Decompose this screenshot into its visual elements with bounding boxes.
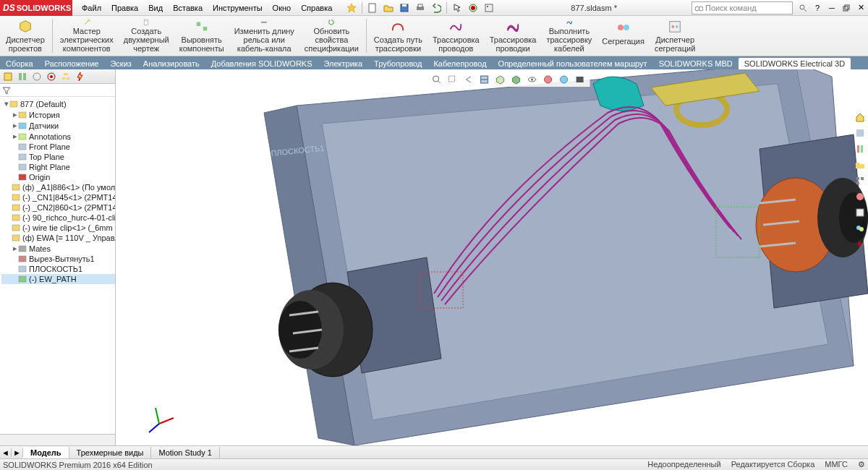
tree-item-6[interactable]: Origin <box>1 172 115 182</box>
cmdtab-8[interactable]: Определенный пользователем маршрут <box>493 58 653 69</box>
status-gear-icon[interactable]: ⚙ <box>858 460 865 469</box>
section-icon[interactable] <box>477 73 492 86</box>
explorer-icon[interactable] <box>853 158 867 172</box>
menu-window[interactable]: Окно <box>268 1 297 14</box>
cmdtab-3[interactable]: Анализировать <box>137 58 205 69</box>
ribbon-cable[interactable]: Выполнитьтрассировкукабелей <box>543 17 595 54</box>
tab-model[interactable]: Модель <box>23 447 69 458</box>
open-icon[interactable] <box>381 1 396 14</box>
cmdtab-9[interactable]: SOLIDWORKS MBD <box>653 58 739 69</box>
tree-item-5[interactable]: Right Plane <box>1 162 115 172</box>
elec-icon[interactable] <box>74 71 87 82</box>
tree-root[interactable]: ▾877 (Default) <box>1 98 115 109</box>
cmdtab-4[interactable]: Добавления SOLIDWORKS <box>205 58 318 69</box>
prop-icon[interactable] <box>45 71 58 82</box>
cmdtab-1[interactable]: Расположение <box>39 58 105 69</box>
library-icon[interactable] <box>853 142 867 156</box>
tree-item-4[interactable]: Top Plane <box>1 152 115 162</box>
print-icon[interactable] <box>413 1 427 14</box>
tree-scrollbar[interactable] <box>0 434 115 445</box>
tree-item-1[interactable]: ▸Датчики <box>1 120 115 131</box>
ribbon-wire[interactable]: Трассировкапроводов <box>430 17 482 54</box>
menu-tools[interactable]: Инструменты <box>208 1 268 14</box>
view-orient-icon[interactable] <box>493 73 508 86</box>
resources-icon[interactable] <box>853 126 867 140</box>
cmdtab-10[interactable]: SOLIDWORKS Electrical 3D <box>739 58 851 69</box>
ribbon-cube[interactable]: Диспетчерпроектов <box>3 17 48 54</box>
tree-icon[interactable] <box>59 71 72 82</box>
star-icon[interactable] <box>344 1 359 14</box>
tab-3dviews[interactable]: Трехмерные виды <box>69 447 152 458</box>
options-icon[interactable] <box>482 1 496 14</box>
tree-item-11[interactable]: (-) wire tie clip<1> (_6mm Dia<<_6m <box>1 223 115 233</box>
props-tab-icon[interactable] <box>853 205 867 220</box>
tree-item-0[interactable]: ▸История <box>1 109 115 120</box>
tree-item-10[interactable]: (-) 90_richco_hurc-4-01-clip<1> (2-01 <box>1 213 115 223</box>
ribbon-align[interactable]: Выровнятькомпоненты <box>176 17 227 54</box>
tree-item-14[interactable]: Вырез-Вытянуть1 <box>1 254 115 264</box>
tree-item-2[interactable]: ▸Annotations <box>1 131 115 142</box>
tree-item-7[interactable]: (ф) _A1|886<1> (По умолчанию<<Г <box>1 182 115 192</box>
tree-item-8[interactable]: (-) _CN1|845<1> (2РМТ1464Ш1Е1<< <box>1 192 115 202</box>
restore-icon[interactable] <box>839 1 854 14</box>
tab-motion-study[interactable]: Motion Study 1 <box>151 447 219 458</box>
cmdtab-2[interactable]: Эскиз <box>104 58 137 69</box>
appear-tab-icon[interactable] <box>853 189 867 204</box>
cmdtab-0[interactable]: Сборка <box>0 58 39 69</box>
assembly-icon[interactable] <box>1 71 14 82</box>
zoom-area-icon[interactable] <box>446 73 460 86</box>
minimize-icon[interactable]: ─ <box>825 1 839 14</box>
new-doc-icon[interactable] <box>365 1 380 14</box>
tab-prev-icon[interactable]: ◄ <box>0 448 12 457</box>
menu-help[interactable]: Справка <box>296 1 337 14</box>
render-icon[interactable] <box>573 73 587 86</box>
menu-insert[interactable]: Вставка <box>168 1 208 14</box>
elec-tab-icon[interactable] <box>853 237 867 252</box>
ribbon-path[interactable]: Создать путьтрассировки <box>371 17 425 54</box>
ribbon-seg[interactable]: Сегрегация <box>599 17 647 54</box>
ribbon-harness[interactable]: Трассировкапроводки <box>487 17 540 54</box>
appearance-icon[interactable] <box>541 73 556 86</box>
menu-edit[interactable]: Правка <box>106 1 143 14</box>
status-bar: SOLIDWORKS Premium 2016 x64 Edition Недо… <box>0 458 868 470</box>
cmdtab-6[interactable]: Трубопровод <box>368 58 427 69</box>
display-icon[interactable] <box>30 71 43 82</box>
tree-item-15[interactable]: ПЛОСКОСТЬ1 <box>1 264 115 274</box>
3d-viewport[interactable]: ПЛОСКОСТЬ1 <box>116 69 868 445</box>
ribbon-wand[interactable]: Мастерэлектрическихкомпонентов <box>57 17 116 54</box>
cmdtab-5[interactable]: Электрика <box>318 58 369 69</box>
ribbon-rail[interactable]: Изменить длинурельса иликабель-канала <box>231 17 297 54</box>
help-icon[interactable]: ? <box>810 1 825 14</box>
scene-icon[interactable] <box>557 73 571 86</box>
menu-file[interactable]: Файл <box>77 1 106 14</box>
view-palette-icon[interactable] <box>853 174 867 188</box>
ribbon-refresh[interactable]: Обновитьсвойстваспецификации <box>302 17 362 54</box>
svg-rect-20 <box>196 22 200 26</box>
tree-item-9[interactable]: (-) _CN2|860<1> (2РМТ1464Ш1Е1<< <box>1 202 115 213</box>
prev-view-icon[interactable] <box>461 73 476 86</box>
rebuild-icon[interactable] <box>466 1 480 14</box>
save-icon[interactable] <box>397 1 412 14</box>
tree-item-3[interactable]: Front Plane <box>1 142 115 152</box>
ribbon-doc[interactable]: Создатьдвухмерныйчертеж <box>121 17 172 54</box>
zoom-fit-icon[interactable] <box>430 73 444 86</box>
tree-item-13[interactable]: ▸Mates <box>1 243 115 254</box>
close-icon[interactable]: ✕ <box>854 1 868 14</box>
cmdtab-7[interactable]: Кабелепровод <box>427 58 492 69</box>
forum-tab-icon[interactable] <box>853 221 867 236</box>
ribbon-segmgr[interactable]: Диспетчерсегрегаций <box>652 17 698 54</box>
cursor-icon[interactable] <box>450 1 464 14</box>
config-icon[interactable] <box>16 71 29 82</box>
display-style-icon[interactable] <box>509 73 524 86</box>
filter-icon[interactable] <box>1 85 12 95</box>
tab-next-icon[interactable]: ► <box>12 448 23 457</box>
menu-view[interactable]: Вид <box>143 1 168 14</box>
undo-icon[interactable] <box>429 1 443 14</box>
hide-show-icon[interactable] <box>525 73 540 86</box>
home-icon[interactable] <box>853 110 867 124</box>
tree-item-16[interactable]: (-) EW_PATH <box>1 274 115 284</box>
tree-item-12[interactable]: (ф) EWA [= 110V _ Управление]17<2 <box>1 233 115 243</box>
search-commands[interactable]: Поиск команд <box>692 1 793 14</box>
svg-rect-3 <box>402 4 407 7</box>
search-icon[interactable] <box>796 1 810 14</box>
